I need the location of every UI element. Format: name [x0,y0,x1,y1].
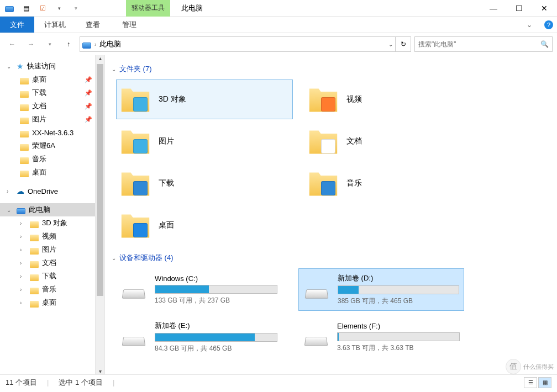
tree-label: 下载 [32,88,46,98]
chevron-right-icon[interactable]: › [7,188,13,194]
folder-label: 视频 [346,94,362,104]
qat-checkbox-icon[interactable]: ☑ [36,2,49,14]
star-icon: ★ [17,62,24,71]
drive-name: 新加卷 (D:) [338,273,459,283]
tree-onedrive[interactable]: › ☁ OneDrive [0,184,104,198]
drive-item[interactable]: Elements (F:) 3.63 TB 可用，共 3.63 TB [298,316,464,358]
tree-label: 视频 [42,231,56,241]
folder-item[interactable]: 桌面 [116,205,293,245]
chevron-down-icon[interactable]: ⌄ [112,66,116,72]
tree-this-pc[interactable]: ⌄ 此电脑 [0,203,104,216]
navigation-pane: ⌄ ★ 快速访问 桌面📌下载📌文档📌图片📌XX-Net-3.6.3荣耀6A音乐桌… [0,55,105,374]
group-drives[interactable]: ⌄ 设备和驱动器 (4) [112,253,550,263]
chevron-right-icon[interactable]: › [20,273,27,279]
qat-overflow-icon[interactable]: ▿ [70,2,82,14]
tree-item[interactable]: 音乐 [0,152,104,166]
chevron-right-icon[interactable]: › [20,300,27,306]
tab-computer[interactable]: 计算机 [34,17,76,33]
chevron-right-icon[interactable]: › [20,287,27,293]
tree-item[interactable]: 桌面📌 [0,73,104,86]
monitor-icon [17,208,25,214]
navigation-bar: ← → ▾ ↑ › 此电脑 ⌄ ↻ 搜索"此电脑" 🔍 [0,33,557,55]
folder-label: 桌面 [159,220,174,230]
chevron-down-icon[interactable]: ⌄ [7,63,13,70]
breadcrumb[interactable]: 此电脑 [99,39,385,49]
quick-access-toolbar: ▤ ☑ ▾ ▿ [0,2,82,14]
folder-icon [20,171,29,177]
tree-item[interactable]: ›3D 对象 [0,216,104,230]
tree-item[interactable]: XX-Net-3.6.3 [0,126,104,139]
folder-item[interactable]: 文档 [304,121,481,161]
forward-button[interactable]: → [23,36,39,52]
tab-file[interactable]: 文件 [0,17,34,33]
tree-item[interactable]: 下载📌 [0,86,104,99]
tree-item[interactable]: 桌面 [0,166,104,179]
tree-label: 桌面 [32,167,46,177]
folder-icon [120,126,151,157]
sidebar-scrollbar[interactable]: ▴ ▾ [95,55,104,374]
search-box[interactable]: 搜索"此电脑" 🔍 [414,36,553,52]
watermark-icon: 值 [506,359,521,374]
tab-view[interactable]: 查看 [76,17,110,33]
tree-item[interactable]: ›图片 [0,243,104,256]
folder-item[interactable]: 下载 [116,163,293,203]
chevron-right-icon[interactable]: › [20,247,27,253]
status-item-count: 11 个项目 [6,378,37,388]
view-large-icons-icon[interactable]: ▦ [538,377,551,388]
recent-locations-icon[interactable]: ▾ [42,36,57,52]
tree-item[interactable]: ›音乐 [0,283,104,296]
drive-status: 133 GB 可用，共 237 GB [155,296,277,305]
view-details-icon[interactable]: ☰ [524,377,537,388]
qat-dropdown-icon[interactable]: ▾ [53,2,65,14]
tree-label: 音乐 [32,154,46,164]
close-button[interactable]: ✕ [532,0,557,17]
tab-manage[interactable]: 管理 [112,17,146,33]
up-button[interactable]: ↑ [61,36,76,52]
drive-item[interactable]: 新加卷 (E:) 84.3 GB 可用，共 465 GB [116,316,282,358]
scroll-down-icon[interactable]: ▾ [96,368,104,374]
ribbon-tabs: 文件 计算机 查看 管理 ⌄ ? [0,17,557,33]
chevron-right-icon[interactable]: › [20,260,27,266]
folder-label: 3D 对象 [159,94,186,104]
qat-properties-icon[interactable]: ▤ [20,2,32,14]
folder-item[interactable]: 音乐 [304,163,481,203]
folder-label: 音乐 [346,178,362,188]
content-pane: ⌄ 文件夹 (7) 3D 对象视频图片文档下载音乐桌面 ⌄ 设备和驱动器 (4)… [105,55,557,374]
scroll-thumb[interactable] [97,64,103,296]
group-folders[interactable]: ⌄ 文件夹 (7) [112,64,550,74]
help-icon[interactable]: ? [540,17,557,33]
address-dropdown-icon[interactable]: ⌄ [388,41,393,47]
search-icon[interactable]: 🔍 [540,40,549,48]
tree-item[interactable]: ›文档 [0,256,104,269]
refresh-button[interactable]: ↻ [396,36,411,52]
folder-label: 图片 [159,136,174,146]
tree-item[interactable]: 荣耀6A [0,139,104,152]
tree-item[interactable]: ›下载 [0,269,104,283]
folder-item[interactable]: 3D 对象 [116,80,293,119]
maximize-button[interactable]: ☐ [506,0,532,17]
tree-item[interactable]: 图片📌 [0,113,104,126]
tree-label: OneDrive [28,187,58,195]
minimize-button[interactable]: — [481,0,506,17]
window-title: 此电脑 [170,3,481,13]
drive-item[interactable]: 新加卷 (D:) 385 GB 可用，共 465 GB [298,268,464,311]
status-selection: 选中 1 个项目 [59,378,102,388]
chevron-right-icon[interactable]: › [20,220,27,226]
chevron-down-icon[interactable]: ⌄ [112,255,116,261]
watermark: 值 什么值得买 [506,359,554,374]
ribbon-collapse-icon[interactable]: ⌄ [518,17,540,33]
chevron-right-icon[interactable]: › [20,234,27,240]
chevron-right-icon[interactable]: › [94,41,96,47]
tree-item[interactable]: ›视频 [0,230,104,243]
folder-item[interactable]: 视频 [304,80,481,119]
tree-quick-access[interactable]: ⌄ ★ 快速访问 [0,60,104,73]
scroll-up-icon[interactable]: ▴ [96,55,104,61]
tree-item[interactable]: 文档📌 [0,99,104,113]
address-bar[interactable]: › 此电脑 ⌄ [80,36,396,52]
drive-item[interactable]: Windows (C:) 133 GB 可用，共 237 GB [116,268,282,311]
chevron-down-icon[interactable]: ⌄ [7,207,13,213]
folder-item[interactable]: 图片 [116,121,293,161]
tree-item[interactable]: ›桌面 [0,296,104,309]
back-button[interactable]: ← [4,36,20,52]
folder-icon [308,126,339,157]
